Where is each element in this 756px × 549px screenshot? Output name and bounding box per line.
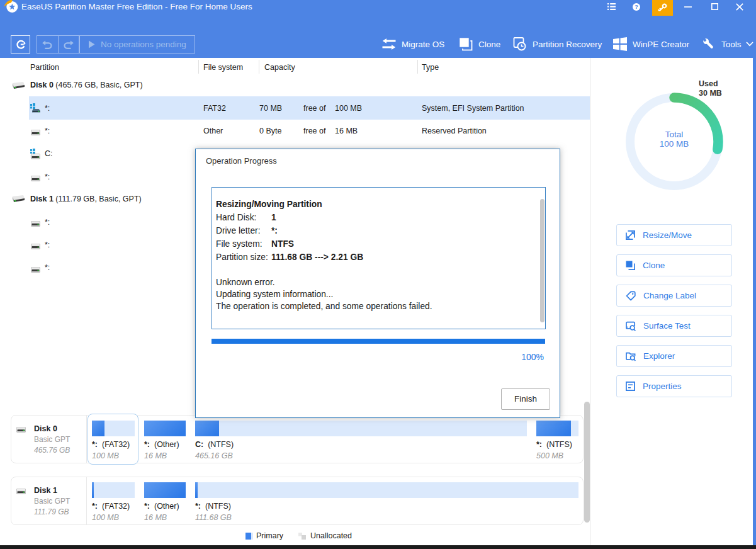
- svg-text:?: ?: [635, 4, 638, 10]
